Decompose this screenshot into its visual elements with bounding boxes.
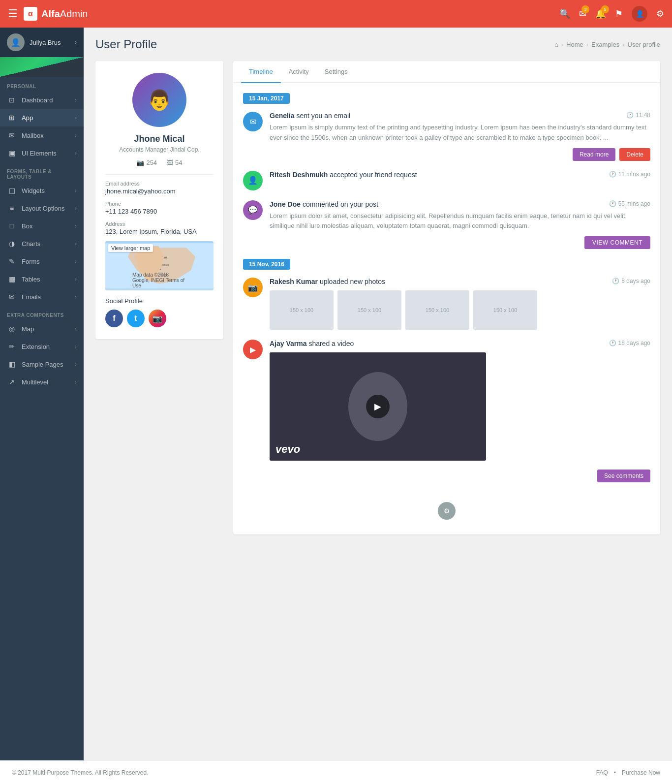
app-icon: ⊞	[7, 114, 17, 122]
instagram-button[interactable]: 📷	[149, 310, 166, 327]
sidebar-item-multilevel[interactable]: ↗ Multilevel ›	[0, 373, 84, 391]
svg-text:Orlando: Orlando	[159, 263, 169, 266]
svg-text:Tampa: Tampa	[153, 268, 161, 271]
sidebar-item-box[interactable]: □ Box ›	[0, 217, 84, 235]
comment-entry-icon: 💬	[243, 200, 263, 220]
email-entry-actions: Read more Delete	[270, 148, 650, 161]
sidebar-item-ui-elements[interactable]: ▣ UI Elements ›	[0, 144, 84, 162]
sidebar-item-charts[interactable]: ◑ Charts ›	[0, 235, 84, 252]
facebook-button[interactable]: f	[105, 310, 123, 327]
timeline-tabs: Timeline Activity Settings	[233, 61, 660, 83]
email-author: Genelia	[270, 112, 295, 120]
timeline-entry-friend: 👤 Ritesh Deshmukh accepted your friend r…	[243, 171, 650, 190]
see-comments-button[interactable]: See comments	[597, 470, 650, 482]
brand-logo: α AlfaAdmin	[24, 7, 107, 21]
tab-activity[interactable]: Activity	[281, 61, 317, 83]
map-view-larger[interactable]: View larger map	[108, 244, 153, 252]
breadcrumb-home[interactable]: Home	[566, 41, 583, 48]
sidebar-label-extension: Extension	[22, 343, 75, 350]
photos-entry-content: Rakesh Kumar uploaded new photos 🕐8 days…	[270, 278, 650, 330]
search-icon[interactable]: 🔍	[559, 8, 570, 19]
video-entry-icon: ▶	[243, 340, 263, 359]
photo-thumb-3: 150 x 100	[405, 290, 469, 330]
bell-icon[interactable]: 🔔 5	[595, 8, 606, 19]
email-entry-content: Genelia sent you an email 🕐11:48 Lorem i…	[270, 112, 650, 161]
svg-text:FLORIDA: FLORIDA	[152, 255, 167, 260]
map-arrow: ›	[75, 326, 77, 332]
sample-arrow: ›	[75, 361, 77, 367]
sidebar-item-mailbox[interactable]: ✉ Mailbox ›	[0, 126, 84, 144]
map-container[interactable]: FLORIDA Orlando Tampa Miami View larger …	[105, 241, 214, 290]
sidebar-user-chevron: ›	[75, 39, 77, 46]
footer-faq-link[interactable]: FAQ	[596, 769, 608, 776]
profile-divider-1	[105, 174, 214, 175]
twitter-button[interactable]: t	[127, 310, 145, 327]
page-header: User Profile ⌂ › Home › Examples › User …	[95, 37, 660, 51]
tables-arrow: ›	[75, 276, 77, 282]
sidebar-label-box: Box	[22, 222, 75, 230]
sidebar-item-layout-options[interactable]: ≡ Layout Options ›	[0, 199, 84, 217]
map-credit: Map data ©2018 Google, INEGI Terms of Us…	[132, 272, 186, 288]
hamburger-icon[interactable]: ☰	[8, 7, 18, 20]
footer-links: FAQ • Purchase Now	[596, 769, 660, 776]
social-profile-label: Social Profile	[105, 297, 214, 305]
top-navbar: ☰ α AlfaAdmin 🔍 ✉ 3 🔔 5 ⚑ 👤 ⚙	[0, 0, 672, 28]
sidebar-item-emails[interactable]: ✉ Emails ›	[0, 288, 84, 306]
photos-author: Rakesh Kumar	[270, 278, 318, 285]
tab-timeline[interactable]: Timeline	[241, 61, 281, 83]
sidebar-item-map[interactable]: ◎ Map ›	[0, 320, 84, 338]
sidebar-item-sample-pages[interactable]: ◧ Sample Pages ›	[0, 355, 84, 373]
social-icons: f t 📷	[105, 310, 214, 327]
app-arrow: ›	[75, 115, 77, 121]
tab-settings[interactable]: Settings	[317, 61, 356, 83]
flag-icon[interactable]: ⚑	[615, 8, 623, 19]
breadcrumb-examples[interactable]: Examples	[591, 41, 619, 48]
video-container: Crazy Frog - Axel F 🕐 ↗ ▶ vevo	[270, 352, 486, 461]
mailbox-arrow: ›	[75, 132, 77, 138]
sidebar-item-widgets[interactable]: ◫ Widgets ›	[0, 182, 84, 199]
photo-grid: 150 x 100 150 x 100 150 x 100 150 x 100	[270, 290, 650, 330]
sidebar-label-widgets: Widgets	[22, 187, 75, 194]
profile-avatar-wrap: 👨	[105, 73, 214, 127]
video-thumbnail[interactable]: ▶ vevo	[270, 352, 486, 461]
footer-purchase-link[interactable]: Purchase Now	[622, 769, 660, 776]
photo-thumb-1: 150 x 100	[270, 290, 334, 330]
alpha-icon: α	[24, 7, 37, 21]
extension-arrow: ›	[75, 344, 77, 349]
comment-entry-header: Jone Doe commented on your post 🕐55 mins…	[270, 200, 650, 208]
sidebar-user-avatar: 👤	[7, 33, 25, 51]
view-comment-button[interactable]: VIEW COMMENT	[584, 236, 650, 249]
bell-badge: 5	[601, 5, 609, 13]
sidebar-item-extension[interactable]: ✏ Extension ›	[0, 338, 84, 355]
sidebar-label-forms: Forms	[22, 258, 75, 265]
widgets-arrow: ›	[75, 188, 77, 193]
sidebar-item-dashboard[interactable]: ⊡ Dashboard ›	[0, 91, 84, 109]
read-more-button[interactable]: Read more	[573, 148, 615, 161]
video-entry-content: Ajay Varma shared a video 🕐18 days ago C…	[270, 340, 650, 482]
comment-action: commented on your post	[301, 200, 378, 208]
photo-thumb-2: 150 x 100	[337, 290, 401, 330]
sidebar-label-map: Map	[22, 325, 75, 333]
sidebar-label-emails: Emails	[22, 293, 75, 301]
comment-author: Jone Doe	[270, 200, 301, 208]
map-icon: ◎	[7, 325, 17, 333]
photos-entry-header: Rakesh Kumar uploaded new photos 🕐8 days…	[270, 278, 650, 285]
mailbox-icon: ✉	[7, 131, 17, 139]
phone-value: +11 123 456 7890	[105, 208, 214, 215]
gear-icon[interactable]: ⚙	[656, 8, 664, 19]
date-badge-2: 15 Nov, 2016	[243, 259, 290, 270]
email-entry-text: Lorem ipsum is simply dummy text of the …	[270, 123, 650, 143]
timeline-body: 15 Jan, 2017 ✉ Genelia sent you an email…	[233, 83, 660, 534]
mail-icon[interactable]: ✉ 3	[579, 8, 586, 19]
delete-button[interactable]: Delete	[619, 148, 650, 161]
sidebar-label-sample: Sample Pages	[22, 361, 75, 368]
forms-arrow: ›	[75, 258, 77, 264]
sidebar-label-app: App	[22, 114, 75, 122]
user-avatar-nav[interactable]: 👤	[632, 6, 647, 22]
sidebar-user[interactable]: 👤 Juliya Brus ›	[0, 28, 84, 57]
profile-role: Accounts Manager Jindal Cop.	[105, 146, 214, 153]
sidebar-item-tables[interactable]: ▦ Tables ›	[0, 270, 84, 288]
sidebar-item-forms[interactable]: ✎ Forms ›	[0, 252, 84, 270]
video-play-button[interactable]: ▶	[366, 395, 390, 418]
sidebar-item-app[interactable]: ⊞ App ›	[0, 109, 84, 126]
